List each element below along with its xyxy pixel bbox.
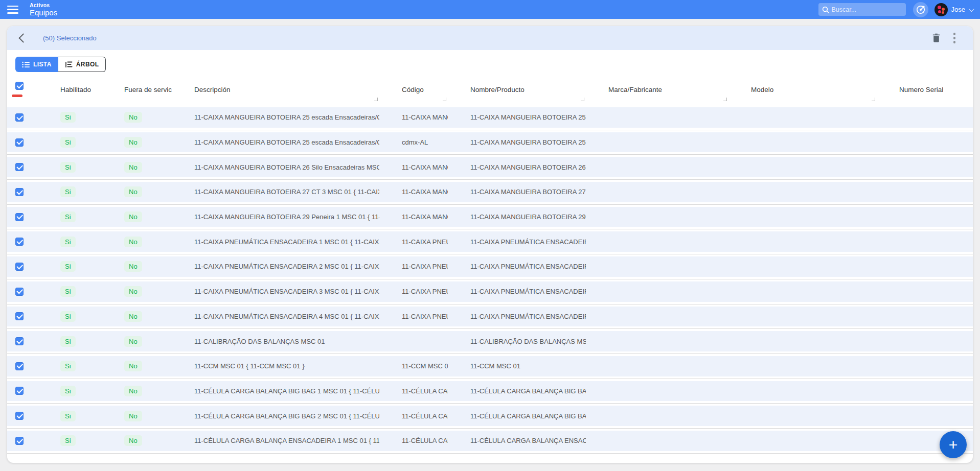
row-checkbox[interactable] [15,213,24,221]
avatar [935,3,948,16]
cell-habilitado: Si [38,435,102,446]
status-badge: No [124,186,142,197]
row-checkbox[interactable] [15,263,24,271]
column-header-numero-serial[interactable]: Numero Serial [877,74,973,105]
row-checkbox[interactable] [15,387,24,395]
cell-descripcion: 11-CÉLULA CARGA BALANÇA BIG BAG 2 MSC 01… [172,412,379,420]
column-header-modelo[interactable]: Modelo [728,74,877,105]
table-row[interactable]: Si No 11-CAIXA PNEUMÁTICA ENSACADEIRA 4 … [7,304,973,329]
row-checkbox-cell [7,387,38,395]
more-options-button[interactable] [945,29,964,48]
status-badge: No [124,112,142,123]
table-row[interactable]: Si No 11-CÉLULA CARGA BALANÇA ENSACADEIR… [7,429,973,454]
row-checkbox[interactable] [15,138,24,147]
cell-fuera-de-servicio: No [102,286,172,297]
cell-habilitado: Si [38,311,102,322]
cell-descripcion: 11-CALIBRAÇÃO DAS BALANÇAS MSC 01 [172,338,379,345]
table-row[interactable]: Si No 11-CAIXA MANGUEIRA BOTOEIRA 29 Pen… [7,205,973,230]
tab-list[interactable]: LISTA [15,57,58,72]
table-row[interactable]: Si No 11-CAIXA PNEUMÁTICA ENSACADEIRA 1 … [7,229,973,254]
add-button[interactable]: + [940,431,967,458]
cell-fuera-de-servicio: No [102,411,172,421]
row-checkbox-cell [7,138,38,147]
column-header-marca-fabricante[interactable]: Marca/Fabricante [586,74,728,105]
table-row[interactable]: Si No 11-CAIXA MANGUEIRA BOTOEIRA 25 esc… [7,105,973,130]
search-input[interactable]: Buscar... [818,3,906,16]
appbar-titles: Activos Equipos [30,2,57,17]
row-checkbox[interactable] [15,362,24,370]
cell-habilitado: Si [38,237,102,247]
back-button[interactable] [16,33,28,44]
column-header-habilitado[interactable]: Habilitado [38,74,102,105]
cell-habilitado: Si [38,211,102,222]
column-header-descripcion[interactable]: Descripción [172,74,379,105]
column-header-nombre-producto[interactable]: Nombre/Producto [448,74,586,105]
tab-tree[interactable]: ÁRBOL [58,57,106,72]
table-row[interactable]: Si No 11-CAIXA MANGUEIRA BOTOEIRA 26 Sil… [7,155,973,180]
status-badge: Si [60,361,76,371]
row-checkbox[interactable] [15,288,24,296]
cell-habilitado: Si [38,137,102,148]
user-menu[interactable]: Jose [935,3,973,16]
row-checkbox[interactable] [15,312,24,320]
cell-descripcion: 11-CAIXA PNEUMÁTICA ENSACADEIRA 2 MSC 01… [172,263,379,270]
cell-descripcion: 11-CAIXA MANGUEIRA BOTOEIRA 27 CT 3 MSC … [172,188,379,196]
cell-descripcion: 11-CAIXA PNEUMÁTICA ENSACADEIRA 4 MSC 01… [172,313,379,320]
cell-codigo: 11-CAIXA MANG… [379,163,448,171]
breadcrumb: Activos [30,2,57,8]
selection-toolbar: (50) Seleccionado [7,26,973,50]
row-checkbox[interactable] [15,188,24,196]
table-row[interactable]: Si No 11-CÉLULA CARGA BALANÇA BIG BAG 2 … [7,404,973,429]
row-checkbox[interactable] [15,337,24,345]
table-row[interactable]: Si No 11-CAIXA PNEUMÁTICA ENSACADEIRA 2 … [7,254,973,279]
row-checkbox[interactable] [15,163,24,171]
delete-button[interactable] [927,29,945,48]
cell-nombre-producto: 11-CAIXA PNEUMÁTICA ENSACADEIRA … [448,238,586,246]
cell-habilitado: Si [38,386,102,396]
cell-nombre-producto: 11-CAIXA MANGUEIRA BOTOEIRA 26 Sil… [448,163,586,171]
table-row[interactable]: Si No 11-CALIBRAÇÃO DAS BALANÇAS MSC 01 … [7,329,973,354]
appbar: Activos Equipos Buscar... Jose [0,0,980,19]
row-checkbox[interactable] [15,437,24,445]
row-checkbox-cell [7,113,38,122]
cell-habilitado: Si [38,186,102,197]
cell-habilitado: Si [38,162,102,173]
trash-icon [932,33,941,43]
row-checkbox[interactable] [15,113,24,122]
cell-descripcion: 11-CAIXA MANGUEIRA BOTOEIRA 29 Peneira 1… [172,213,379,221]
status-badge: Si [60,261,76,272]
cell-nombre-producto: 11-CAIXA MANGUEIRA BOTOEIRA 25 esc… [448,113,586,121]
status-badge: Si [60,435,76,446]
row-checkbox-cell [7,288,38,296]
cell-fuera-de-servicio: No [102,361,172,371]
menu-icon[interactable] [7,6,18,14]
target-button[interactable] [913,2,928,17]
status-badge: No [124,336,142,347]
column-header-fuera-de-servicio[interactable]: Fuera de servicio… [102,74,172,105]
cell-fuera-de-servicio: No [102,211,172,222]
table-row[interactable]: Si No 11-CAIXA MANGUEIRA BOTOEIRA 25 esc… [7,130,973,155]
table-row[interactable]: Si No 11-CCM MSC 01 { 11-CCM MSC 01 } 11… [7,354,973,379]
table-row[interactable]: Si No 11-CAIXA PNEUMÁTICA ENSACADEIRA 3 … [7,279,973,304]
cell-descripcion: 11-CAIXA PNEUMÁTICA ENSACADEIRA 1 MSC 01… [172,238,379,246]
cell-habilitado: Si [38,361,102,371]
cell-nombre-producto: 11-CÉLULA CARGA BALANÇA ENSACAD… [448,437,586,444]
table-row[interactable]: Si No 11-CAIXA MANGUEIRA BOTOEIRA 27 CT … [7,180,973,205]
column-header-codigo[interactable]: Código [379,74,448,105]
row-checkbox-cell [7,188,38,196]
row-checkbox[interactable] [15,412,24,420]
table-row[interactable]: Si No 11-CÉLULA CARGA BALANÇA BIG BAG 1 … [7,379,973,404]
cell-nombre-producto: 11-CALIBRAÇÃO DAS BALANÇAS MSC 01 [448,338,586,345]
status-badge: No [124,361,142,371]
row-checkbox[interactable] [15,238,24,246]
cell-codigo: 11-CAIXA MANG… [379,188,448,196]
selection-count: (50) Seleccionado [43,34,97,42]
cell-nombre-producto: 11-CAIXA PNEUMÁTICA ENSACADEIRA … [448,263,586,270]
target-icon [916,5,926,15]
row-checkbox-cell [7,263,38,271]
select-all-checkbox[interactable] [15,82,24,90]
cell-codigo: 11-CAIXA PNEU… [379,238,448,246]
row-checkbox-cell [7,412,38,420]
view-toggle-group: LISTA ÁRBOL [15,57,106,72]
cell-fuera-de-servicio: No [102,386,172,396]
